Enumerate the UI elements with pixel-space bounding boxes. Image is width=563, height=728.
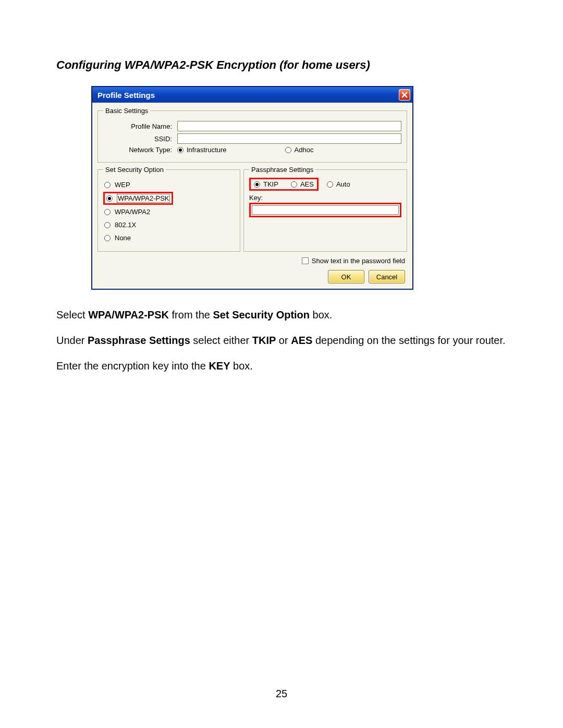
radio-icon [106, 195, 113, 202]
radio-icon [327, 181, 333, 188]
dialog-title: Profile Settings [97, 91, 155, 100]
security-option-label: WPA/WPA2 [115, 208, 150, 216]
close-button[interactable] [399, 89, 410, 101]
security-option-wpa-wpa2-psk[interactable]: WPA/WPA2-PSK [106, 194, 170, 203]
page-number: 25 [0, 688, 563, 700]
security-option-8021x[interactable]: 802.1X [103, 219, 235, 231]
passphrase-legend: Passphrase Settings [249, 166, 315, 174]
radio-icon [104, 222, 111, 228]
radio-icon [104, 182, 111, 188]
close-icon [401, 92, 408, 98]
section-heading: Configuring WPA/WPA2-PSK Encryption (for… [56, 58, 507, 72]
radio-icon [177, 147, 183, 153]
cipher-label: TKIP [263, 180, 278, 188]
security-option-label: WEP [115, 181, 130, 189]
radio-icon [104, 235, 111, 241]
titlebar: Profile Settings [92, 87, 412, 103]
profile-settings-dialog: Profile Settings Basic Settings Profile … [92, 87, 413, 289]
security-option-none[interactable]: None [103, 232, 235, 244]
security-option-wpa-wpa2[interactable]: WPA/WPA2 [103, 206, 235, 218]
ok-button[interactable]: OK [328, 270, 364, 283]
show-text-checkbox[interactable]: Show text in the password field [302, 257, 405, 265]
ssid-input[interactable] [177, 133, 401, 144]
cipher-label: AES [300, 180, 314, 188]
passphrase-settings-group: Passphrase Settings TKIP AES [243, 166, 407, 252]
basic-settings-group: Basic Settings Profile Name: SSID: Netwo… [97, 107, 407, 163]
security-option-label: None [115, 234, 131, 242]
security-option-group: Set Security Option WEP WPA/WPA2-PSK [97, 166, 240, 252]
infrastructure-label: Infrastructure [187, 146, 227, 154]
security-option-wep[interactable]: WEP [103, 179, 235, 191]
security-legend: Set Security Option [103, 166, 166, 174]
show-text-label: Show text in the password field [312, 257, 405, 265]
key-label: Key: [249, 194, 401, 202]
profile-name-input[interactable] [177, 121, 401, 131]
network-type-label: Network Type: [103, 146, 177, 154]
basic-settings-legend: Basic Settings [103, 107, 150, 115]
radio-icon [104, 209, 111, 215]
security-option-label: WPA/WPA2-PSK [117, 194, 170, 203]
radio-icon [254, 181, 260, 188]
network-type-infrastructure-radio[interactable]: Infrastructure [177, 146, 227, 154]
adhoc-label: Adhoc [295, 146, 314, 154]
key-input[interactable] [252, 205, 399, 215]
cancel-button[interactable]: Cancel [369, 270, 405, 283]
checkbox-icon [302, 257, 309, 264]
profile-name-label: Profile Name: [103, 122, 177, 130]
radio-icon [285, 147, 291, 153]
ssid-label: SSID: [103, 135, 177, 143]
cipher-label: Auto [336, 180, 350, 188]
radio-icon [291, 181, 297, 188]
cipher-auto-radio[interactable]: Auto [327, 180, 350, 188]
cipher-tkip-radio[interactable]: TKIP [254, 180, 278, 188]
network-type-adhoc-radio[interactable]: Adhoc [285, 146, 314, 154]
instruction-text: Select WPA/WPA2-PSK from the Set Securit… [56, 308, 507, 373]
security-option-label: 802.1X [115, 221, 136, 229]
cipher-aes-radio[interactable]: AES [291, 180, 314, 188]
